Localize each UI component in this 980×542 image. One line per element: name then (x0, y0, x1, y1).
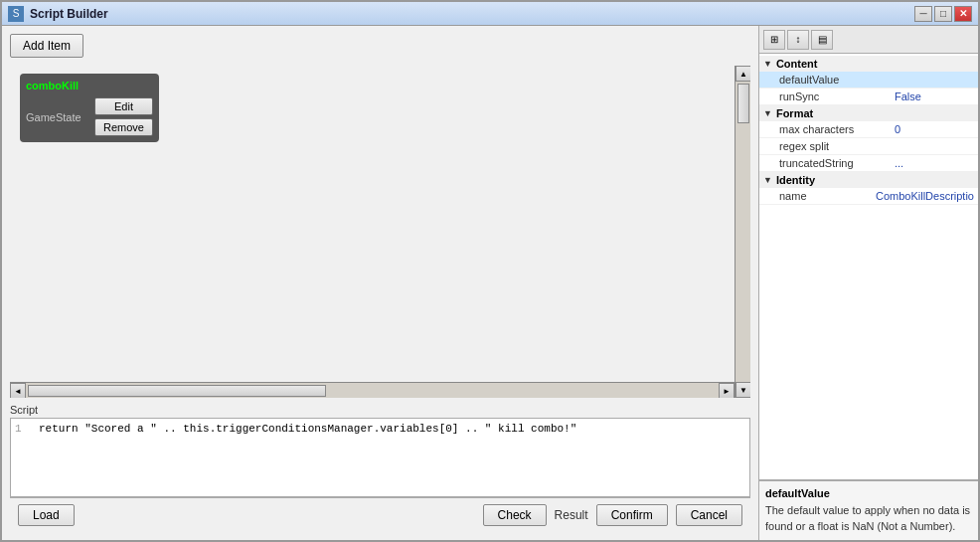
canvas-vertical-scrollbar[interactable]: ▲ ▼ (735, 66, 750, 398)
check-button[interactable]: Check (483, 504, 547, 526)
prop-icon-3: ▤ (818, 34, 827, 45)
node-body: GameState Edit Remove (26, 97, 153, 136)
collapse-triangle-format: ▼ (763, 108, 772, 118)
prop-value-maxchars: 0 (895, 123, 974, 135)
prop-desc-text: The default value to apply when no data … (765, 503, 972, 534)
confirm-button[interactable]: Confirm (596, 504, 668, 526)
line-number: 1 (15, 423, 31, 435)
prop-tool-btn-2[interactable]: ↕ (787, 30, 809, 50)
prop-row-regexsplit[interactable]: regex split (759, 138, 978, 155)
prop-name-regexsplit: regex split (779, 140, 895, 152)
prop-value-defaultvalue (895, 74, 974, 86)
h-scroll-track[interactable] (26, 383, 719, 398)
prop-value-regexsplit (895, 140, 974, 152)
node-card: comboKill GameState Edit Remove (20, 74, 159, 142)
canvas-area: comboKill GameState Edit Remove (10, 66, 750, 398)
prop-name-defaultvalue: defaultValue (779, 74, 895, 86)
title-bar-buttons: ─ □ ✕ (914, 6, 972, 22)
properties-toolbar: ⊞ ↕ ▤ (759, 26, 978, 54)
prop-icon-2: ↕ (796, 34, 801, 45)
prop-tool-btn-3[interactable]: ▤ (811, 30, 833, 50)
script-code: return "Scored a " .. this.triggerCondit… (39, 423, 576, 435)
prop-description: defaultValue The default value to apply … (759, 480, 978, 540)
script-line-1: 1 return "Scored a " .. this.triggerCond… (15, 423, 745, 435)
canvas-wrapper: comboKill GameState Edit Remove (10, 66, 750, 398)
script-editor[interactable]: 1 return "Scored a " .. this.triggerCond… (10, 418, 750, 497)
scroll-thumb[interactable] (737, 84, 749, 123)
prop-row-maxchars[interactable]: max characters 0 (759, 121, 978, 138)
prop-row-defaultvalue[interactable]: defaultValue (759, 72, 978, 89)
prop-section-header-content[interactable]: ▼ Content (759, 56, 978, 72)
maximize-button[interactable]: □ (934, 6, 952, 22)
collapse-triangle-identity: ▼ (763, 175, 772, 185)
footer-bar: Load Check Result Confirm Cancel (10, 497, 750, 532)
prop-section-header-identity[interactable]: ▼ Identity (759, 172, 978, 188)
scroll-left-arrow[interactable]: ◄ (10, 383, 26, 398)
right-panel: ⊞ ↕ ▤ ▼ Content defaultVal (759, 26, 978, 540)
prop-icon-1: ⊞ (770, 34, 778, 45)
prop-value-name: ComboKillDescriptio (876, 190, 974, 202)
scroll-right-arrow[interactable]: ► (719, 383, 735, 398)
prop-desc-title: defaultValue (765, 487, 972, 499)
canvas-surface: comboKill GameState Edit Remove (10, 66, 750, 398)
window-title: Script Builder (30, 7, 914, 21)
prop-name-runsync: runSync (779, 90, 895, 102)
main-window: S Script Builder ─ □ ✕ Add Item com (0, 0, 980, 542)
properties-tree: ▼ Content defaultValue runSync False (759, 54, 978, 480)
prop-section-header-format[interactable]: ▼ Format (759, 105, 978, 121)
load-button[interactable]: Load (18, 504, 75, 526)
node-label: GameState (26, 111, 82, 123)
close-button[interactable]: ✕ (954, 6, 972, 22)
edit-button[interactable]: Edit (94, 97, 153, 115)
section-title-content: Content (776, 58, 818, 70)
scroll-up-arrow[interactable]: ▲ (735, 66, 750, 82)
prop-row-truncated[interactable]: truncatedString ... (759, 155, 978, 172)
section-title-identity: Identity (776, 174, 815, 186)
section-title-format: Format (776, 107, 813, 119)
left-panel: Add Item comboKill GameState Edit (2, 26, 759, 540)
prop-name-maxchars: max characters (779, 123, 895, 135)
prop-name-name: name (779, 190, 876, 202)
prop-value-truncated: ... (895, 157, 974, 169)
title-bar: S Script Builder ─ □ ✕ (2, 2, 978, 26)
prop-name-truncated: truncatedString (779, 157, 895, 169)
collapse-triangle-content: ▼ (763, 59, 772, 69)
prop-section-format: ▼ Format max characters 0 regex split tr… (759, 105, 978, 172)
node-title: comboKill (26, 80, 153, 91)
scroll-down-arrow[interactable]: ▼ (735, 382, 750, 398)
prop-section-identity: ▼ Identity name ComboKillDescriptio (759, 172, 978, 205)
remove-button[interactable]: Remove (94, 118, 153, 136)
prop-row-name[interactable]: name ComboKillDescriptio (759, 188, 978, 205)
prop-tool-btn-1[interactable]: ⊞ (763, 30, 785, 50)
prop-value-runsync: False (895, 90, 974, 102)
window-icon: S (8, 6, 24, 22)
minimize-button[interactable]: ─ (914, 6, 932, 22)
content-area: Add Item comboKill GameState Edit (2, 26, 978, 540)
scroll-track[interactable] (735, 82, 750, 382)
prop-row-runsync[interactable]: runSync False (759, 89, 978, 105)
script-section: Script 1 return "Scored a " .. this.trig… (10, 404, 750, 497)
canvas-horizontal-scrollbar[interactable]: ◄ ► (10, 382, 735, 398)
cancel-button[interactable]: Cancel (676, 504, 742, 526)
toolbar: Add Item (10, 34, 750, 58)
result-label: Result (555, 508, 588, 522)
node-buttons: Edit Remove (94, 97, 153, 136)
prop-section-content: ▼ Content defaultValue runSync False (759, 56, 978, 105)
script-label: Script (10, 404, 750, 416)
add-item-button[interactable]: Add Item (10, 34, 83, 58)
h-scroll-thumb[interactable] (28, 385, 326, 397)
